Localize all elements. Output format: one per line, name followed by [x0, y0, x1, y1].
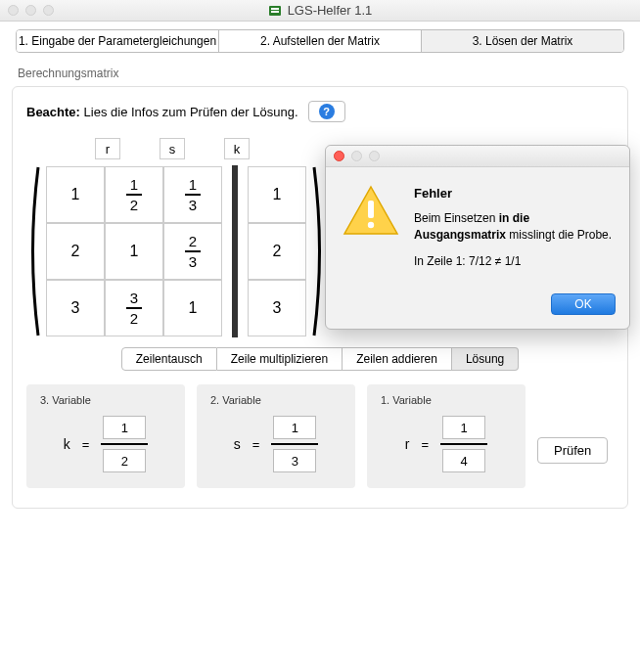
section-label: Berechnungsmatrix	[18, 67, 640, 80]
dialog-message-1: Beim Einsetzen in die Ausgangsmatrix mis…	[414, 210, 614, 244]
solution-box-3: 3. Variable k =	[26, 384, 185, 488]
solution-var: k	[64, 436, 70, 452]
hint-row: Beachte: Lies die Infos zum Prüfen der L…	[26, 101, 614, 122]
tab-label: 1. Eingabe der Parametergleichungen	[19, 34, 216, 48]
denominator-input[interactable]	[103, 449, 146, 472]
left-paren-icon	[26, 165, 40, 337]
var-header-k: k	[224, 138, 250, 159]
matrix-cell: 13	[163, 166, 222, 223]
warning-icon	[342, 185, 400, 238]
traffic-lights	[8, 5, 54, 16]
solution-eq: r =	[381, 416, 512, 472]
var-header-s: s	[160, 138, 185, 159]
rhs-vector: 123	[248, 166, 306, 336]
tab-step-2[interactable]: 2. Aufstellen der Matrix	[219, 30, 422, 52]
equals-sign: =	[422, 437, 430, 452]
zoom-dot[interactable]	[43, 5, 54, 16]
ok-button[interactable]: OK	[551, 293, 616, 315]
svg-rect-2	[271, 11, 279, 13]
rhs-cell: 1	[248, 166, 306, 223]
op-multiply-row[interactable]: Zeile multiplizieren	[217, 347, 343, 371]
matrix-cell: 1	[163, 280, 222, 336]
solution-label: 3. Variable	[40, 394, 171, 406]
solution-row: 3. Variable k = 2. Variable s =	[26, 384, 614, 488]
equals-sign: =	[252, 437, 260, 452]
coefficient-matrix: 1121321233321	[46, 166, 222, 336]
check-button[interactable]: Prüfen	[537, 437, 608, 464]
equals-sign: =	[82, 437, 90, 452]
op-label: Zeilen addieren	[356, 352, 437, 366]
dialog-footer: OK	[326, 288, 629, 329]
op-solution[interactable]: Lösung	[452, 347, 519, 371]
numerator-input[interactable]	[442, 416, 485, 439]
svg-point-4	[368, 222, 374, 228]
matrix-cell: 23	[163, 223, 222, 280]
svg-rect-0	[269, 6, 281, 16]
dialog-text: Fehler Beim Einsetzen in die Ausgangsmat…	[414, 185, 614, 280]
solution-box-1: 1. Variable r =	[367, 384, 526, 488]
solution-label: 1. Variable	[381, 394, 512, 406]
var-header-r: r	[95, 138, 120, 159]
denominator-input[interactable]	[442, 449, 485, 472]
solution-label: 2. Variable	[210, 394, 342, 406]
rhs-cell: 2	[248, 223, 306, 280]
solution-eq: s =	[210, 416, 342, 472]
dialog-close-icon[interactable]	[334, 151, 344, 161]
op-add-rows[interactable]: Zeilen addieren	[343, 347, 452, 371]
solution-box-2: 2. Variable s =	[197, 384, 355, 488]
numerator-input[interactable]	[103, 416, 146, 439]
tab-label: 3. Lösen der Matrix	[473, 34, 573, 48]
fraction-bar	[271, 443, 318, 445]
help-button[interactable]: ?	[308, 101, 345, 122]
dialog-title: Fehler	[414, 185, 614, 202]
main-titlebar: LGS-Helfer 1.1	[0, 0, 640, 22]
dialog-body: Fehler Beim Einsetzen in die Ausgangsmat…	[326, 167, 629, 288]
op-label: Zeilentausch	[136, 352, 203, 366]
window-title-wrap: LGS-Helfer 1.1	[0, 3, 640, 18]
step-tabs: 1. Eingabe der Parametergleichungen 2. A…	[16, 29, 624, 53]
denominator-input[interactable]	[273, 449, 316, 472]
fraction-bar	[101, 443, 148, 445]
operations-bar: Zeilentausch Zeile multiplizieren Zeilen…	[26, 347, 614, 371]
dialog-titlebar	[326, 146, 629, 167]
matrix-cell: 3	[46, 280, 105, 336]
svg-rect-3	[368, 201, 374, 218]
solution-eq: k =	[40, 416, 171, 472]
op-label: Zeile multiplizieren	[231, 352, 328, 366]
help-icon: ?	[319, 104, 335, 119]
tab-step-1[interactable]: 1. Eingabe der Parametergleichungen	[17, 30, 219, 52]
fraction-bar	[440, 443, 487, 445]
app-icon	[268, 4, 282, 18]
matrix-cell: 1	[46, 166, 105, 223]
solution-fraction	[440, 416, 487, 472]
dialog-zoom-dot	[369, 151, 380, 161]
tab-label: 2. Aufstellen der Matrix	[260, 34, 380, 48]
close-dot[interactable]	[8, 5, 19, 16]
matrix-cell: 2	[46, 223, 105, 280]
error-dialog: Fehler Beim Einsetzen in die Ausgangsmat…	[325, 145, 630, 330]
solution-var: r	[405, 436, 410, 452]
dialog-message-2: In Zeile 1: 7/12 ≠ 1/1	[414, 253, 614, 270]
svg-rect-1	[271, 8, 279, 10]
solution-var: s	[234, 436, 241, 452]
solution-fraction	[101, 416, 148, 472]
right-paren-icon	[312, 165, 326, 337]
dialog-min-dot	[351, 151, 362, 161]
rhs-cell: 3	[248, 280, 306, 336]
hint-bold: Beachte:	[26, 105, 80, 119]
matrix-cell: 12	[105, 166, 163, 223]
numerator-input[interactable]	[273, 416, 316, 439]
hint-text: Beachte: Lies die Infos zum Prüfen der L…	[26, 105, 298, 119]
solution-fraction	[271, 416, 318, 472]
window-title: LGS-Helfer 1.1	[288, 3, 373, 18]
hint-body: Lies die Infos zum Prüfen der Lösung.	[84, 105, 298, 119]
matrix-cell: 32	[105, 280, 163, 336]
op-swap-rows[interactable]: Zeilentausch	[121, 347, 217, 371]
matrix-separator	[232, 165, 238, 337]
min-dot[interactable]	[25, 5, 36, 16]
tab-step-3[interactable]: 3. Lösen der Matrix	[422, 30, 623, 52]
op-label: Lösung	[466, 352, 504, 366]
matrix-cell: 1	[105, 223, 163, 280]
